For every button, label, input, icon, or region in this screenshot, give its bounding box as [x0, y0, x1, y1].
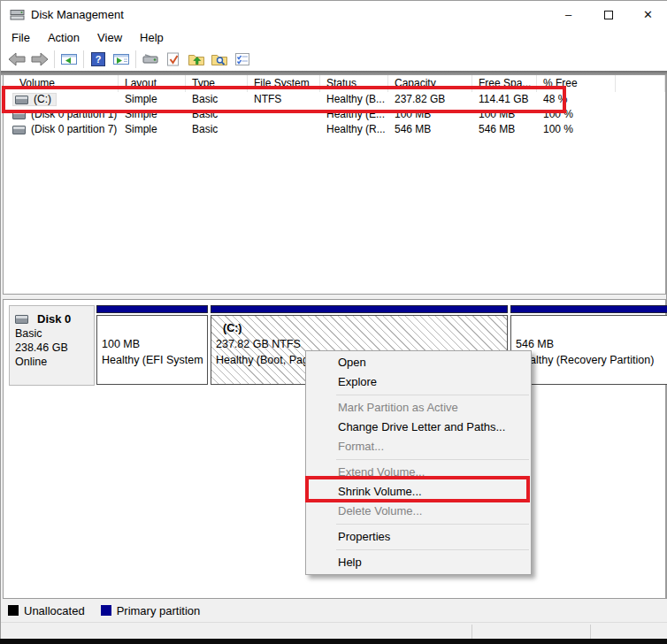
minimize-button[interactable]: – — [548, 1, 588, 28]
menu-separator — [336, 549, 529, 550]
show-console-tree-button[interactable] — [58, 49, 80, 70]
disk-name: Disk 0 — [37, 312, 71, 326]
menu-shrink-volume[interactable]: Shrink Volume... — [306, 482, 531, 502]
cell-status: Healthy (R... — [320, 122, 388, 137]
export-list-icon — [188, 52, 205, 66]
drive-icon — [15, 96, 28, 104]
menu-separator — [336, 459, 529, 460]
column-header-type[interactable]: Type — [186, 75, 248, 92]
toolbar-separator — [54, 50, 55, 68]
menu-action[interactable]: Action — [39, 29, 88, 46]
volume-list-panel: Volume Layout Type File System Status Ca… — [3, 75, 666, 295]
cell-type: Basic — [186, 122, 248, 137]
column-header-status[interactable]: Status — [320, 75, 388, 92]
forward-icon — [31, 52, 49, 66]
help-button[interactable]: ? — [87, 49, 110, 70]
menu-separator — [336, 395, 529, 395]
status-pane-divider — [590, 625, 591, 639]
taskbar-edge — [0, 639, 667, 644]
menu-file[interactable]: File — [3, 29, 39, 46]
help-icon: ? — [90, 52, 106, 66]
menu-explore[interactable]: Explore — [306, 372, 531, 392]
partition-efi[interactable]: 100 MB Healthy (EFI System P — [96, 305, 208, 386]
disk-size: 238.46 GB — [15, 341, 94, 355]
maximize-icon — [604, 11, 613, 19]
maximize-button[interactable] — [588, 1, 628, 28]
partition-label: (C:) — [216, 320, 505, 336]
menu-mark-partition-active: Mark Partition as Active — [306, 398, 531, 418]
window-title: Disk Management — [31, 8, 124, 21]
volume-list-header: Volume Layout Type File System Status Ca… — [4, 75, 665, 92]
properties-list-button[interactable] — [231, 49, 254, 70]
cell-capacity: 100 MB — [388, 107, 472, 122]
cell-type: Basic — [186, 92, 248, 107]
disk-icon — [15, 315, 28, 324]
cell-status: Healthy (E... — [320, 107, 388, 122]
volume-row-c[interactable]: (C:) Simple Basic NTFS Healthy (B... 237… — [4, 92, 665, 107]
partition-context-menu: Open Explore Mark Partition as Active Ch… — [305, 350, 532, 575]
menu-format: Format... — [306, 437, 531, 456]
volume-row-partition7[interactable]: (Disk 0 partition 7) Simple Basic Health… — [4, 122, 665, 137]
disk0-info-panel[interactable]: Disk 0 Basic 238.46 GB Online — [9, 305, 95, 386]
window-controls: – ✕ — [548, 1, 667, 28]
cell-file-system: NTFS — [248, 92, 320, 107]
toolbar-separator — [135, 50, 136, 68]
cell-file-system — [248, 122, 320, 137]
legend-unallocated: Unallocated — [8, 604, 85, 617]
drive-icon — [12, 111, 26, 119]
column-header-free-space[interactable]: Free Spa... — [472, 75, 537, 92]
back-button[interactable] — [5, 49, 28, 70]
close-button[interactable]: ✕ — [628, 1, 667, 28]
menu-open[interactable]: Open — [306, 353, 531, 372]
check-document-button[interactable] — [162, 49, 185, 70]
menu-help[interactable]: Help — [131, 29, 172, 46]
cell-layout: Simple — [119, 122, 186, 137]
find-button[interactable] — [208, 49, 231, 70]
menu-properties[interactable]: Properties — [306, 527, 531, 547]
cell-free-space: 546 MB — [472, 122, 537, 137]
column-header-pct-free[interactable]: % Free — [537, 75, 616, 92]
column-header-volume[interactable]: Volume — [4, 75, 119, 92]
show-console-tree-icon — [60, 52, 78, 66]
cell-status: Healthy (B... — [320, 92, 388, 107]
partition-color-bar — [510, 305, 667, 313]
title-bar: Disk Management – ✕ — [1, 1, 667, 28]
disk-type: Basic — [15, 326, 94, 341]
partition-size: 546 MB — [516, 336, 665, 352]
svg-text:?: ? — [96, 54, 102, 65]
selected-volume-highlight: (C:) — [12, 93, 57, 106]
show-action-pane-button[interactable] — [110, 49, 133, 70]
column-header-layout[interactable]: Layout — [119, 75, 186, 92]
cell-pct-free: 48 % — [537, 92, 616, 107]
partition-status: Healthy (EFI System P — [102, 352, 205, 368]
menu-separator — [336, 524, 529, 525]
disk-device-button[interactable] — [139, 49, 162, 70]
menu-help[interactable]: Help — [306, 553, 531, 572]
partition-status: Healthy (Recovery Partition) — [516, 352, 665, 368]
export-list-button[interactable] — [185, 49, 208, 70]
drive-icon — [12, 126, 26, 134]
volume-row-partition1[interactable]: (Disk 0 partition 1) Simple Basic Health… — [4, 107, 665, 122]
partition-recovery[interactable]: 546 MB Healthy (Recovery Partition) — [510, 305, 667, 386]
find-icon — [211, 52, 228, 66]
menu-extend-volume: Extend Volume... — [306, 463, 531, 482]
cell-file-system — [248, 107, 320, 122]
cell-capacity: 546 MB — [388, 122, 472, 137]
forward-button[interactable] — [28, 49, 51, 70]
back-icon — [8, 52, 26, 66]
disk-status: Online — [15, 355, 94, 369]
volume-name: (Disk 0 partition 7) — [31, 122, 117, 137]
volume-name: (C:) — [34, 92, 51, 107]
disk-management-window: Disk Management – ✕ File Action View Hel… — [0, 0, 667, 644]
column-header-file-system[interactable]: File System — [248, 75, 320, 92]
partition-color-bar — [211, 305, 508, 313]
menu-delete-volume: Delete Volume... — [306, 502, 531, 521]
menu-view[interactable]: View — [88, 29, 131, 46]
column-header-capacity[interactable]: Capacity — [388, 75, 472, 92]
toolbar: ? — [1, 47, 667, 71]
column-header-blank — [616, 75, 665, 92]
menu-change-drive-letter[interactable]: Change Drive Letter and Paths... — [306, 418, 531, 437]
disk-device-icon — [142, 52, 159, 66]
menu-bar: File Action View Help — [1, 28, 667, 47]
partition-size: 100 MB — [102, 336, 205, 352]
